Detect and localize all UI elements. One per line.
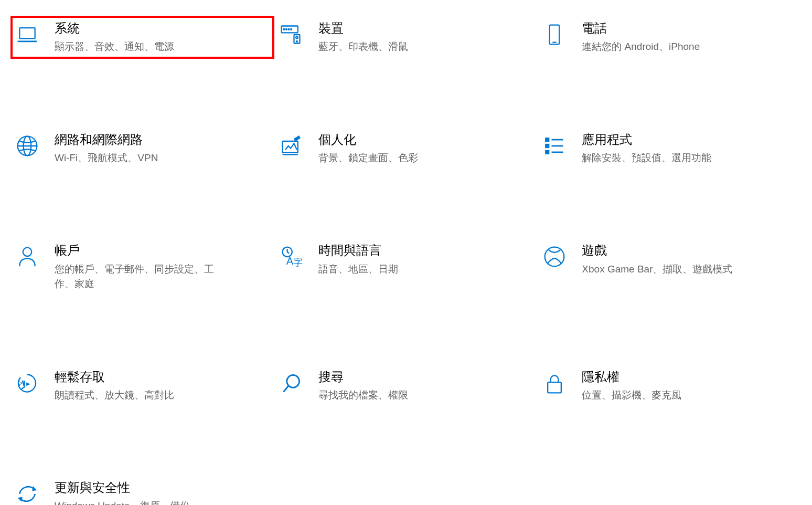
setting-gaming[interactable]: 遊戲 Xbox Game Bar、擷取、遊戲模式 [538, 238, 802, 296]
setting-subtitle: Wi-Fi、飛航模式、VPN [55, 151, 158, 166]
setting-devices[interactable]: 裝置 藍牙、印表機、滑鼠 [274, 16, 538, 59]
time-language-icon: A 字 [279, 244, 304, 269]
setting-subtitle: 連結您的 Android、iPhone [582, 39, 700, 55]
setting-subtitle: 位置、攝影機、麥克風 [582, 388, 681, 403]
setting-subtitle: 朗讀程式、放大鏡、高對比 [55, 388, 174, 403]
setting-title: 時間與語言 [318, 242, 398, 258]
setting-apps[interactable]: 應用程式 解除安裝、預設值、選用功能 [538, 127, 802, 170]
setting-subtitle: 顯示器、音效、通知、電源 [55, 39, 174, 55]
svg-point-22 [23, 248, 32, 257]
svg-rect-16 [546, 138, 549, 141]
setting-title: 應用程式 [582, 131, 711, 148]
svg-rect-18 [546, 144, 549, 148]
svg-text:字: 字 [293, 257, 302, 268]
setting-ease-of-access[interactable]: 輕鬆存取 朗讀程式、放大鏡、高對比 [10, 364, 274, 407]
svg-rect-0 [19, 28, 35, 38]
setting-title: 個人化 [318, 131, 418, 148]
setting-system[interactable]: 系統 顯示器、音效、通知、電源 [10, 16, 274, 59]
setting-title: 搜尋 [318, 369, 408, 385]
setting-title: 電話 [582, 20, 700, 36]
svg-marker-32 [18, 497, 23, 502]
svg-point-8 [296, 41, 297, 42]
setting-subtitle: 尋找我的檔案、權限 [318, 388, 408, 403]
setting-title: 系統 [55, 20, 174, 36]
ease-of-access-icon [15, 371, 40, 396]
search-icon [279, 371, 304, 396]
setting-update-security[interactable]: 更新與安全性 Windows Update、復原、備份 [10, 475, 274, 505]
svg-marker-27 [26, 382, 30, 386]
sync-icon [15, 481, 40, 505]
svg-point-28 [286, 375, 299, 387]
svg-line-29 [283, 386, 288, 392]
xbox-icon [542, 244, 567, 269]
setting-network[interactable]: 網路和網際網路 Wi-Fi、飛航模式、VPN [10, 127, 274, 170]
setting-phone[interactable]: 電話 連結您的 Android、iPhone [538, 16, 802, 59]
svg-point-5 [291, 29, 292, 30]
phone-icon [542, 22, 567, 47]
svg-point-4 [288, 29, 289, 30]
setting-subtitle: 您的帳戶、電子郵件、同步設定、工作、家庭 [55, 262, 233, 292]
setting-privacy[interactable]: 隱私權 位置、攝影機、麥克風 [538, 364, 802, 407]
setting-subtitle: 語音、地區、日期 [318, 262, 398, 277]
setting-accounts[interactable]: 帳戶 您的帳戶、電子郵件、同步設定、工作、家庭 [10, 238, 274, 296]
setting-search[interactable]: 搜尋 尋找我的檔案、權限 [274, 364, 538, 407]
globe-icon [15, 133, 40, 159]
person-icon [15, 244, 40, 269]
setting-personalization[interactable]: 個人化 背景、鎖定畫面、色彩 [274, 127, 538, 170]
svg-point-2 [283, 29, 284, 30]
svg-rect-20 [546, 151, 549, 154]
setting-title: 網路和網際網路 [55, 131, 158, 148]
devices-icon [279, 22, 304, 47]
personalization-icon [279, 133, 304, 159]
laptop-icon [15, 22, 40, 47]
lock-icon [542, 371, 567, 396]
svg-rect-9 [550, 25, 559, 45]
setting-title: 裝置 [318, 20, 408, 36]
settings-grid: 系統 顯示器、音效、通知、電源 裝置 藍牙、印表機、滑鼠 [0, 10, 812, 505]
svg-point-7 [296, 37, 298, 39]
setting-subtitle: Windows Update、復原、備份 [55, 499, 190, 505]
setting-time-language[interactable]: A 字 時間與語言 語音、地區、日期 [274, 238, 538, 296]
setting-subtitle: Xbox Game Bar、擷取、遊戲模式 [582, 262, 732, 277]
setting-title: 輕鬆存取 [55, 369, 174, 385]
setting-subtitle: 藍牙、印表機、滑鼠 [318, 39, 408, 55]
svg-point-3 [286, 29, 287, 30]
setting-title: 遊戲 [582, 242, 732, 258]
setting-title: 隱私權 [582, 369, 681, 385]
svg-point-26 [545, 247, 564, 267]
setting-subtitle: 解除安裝、預設值、選用功能 [582, 151, 711, 166]
svg-text:A: A [286, 255, 293, 267]
apps-list-icon [542, 133, 567, 159]
svg-marker-31 [32, 487, 37, 491]
setting-title: 更新與安全性 [55, 479, 190, 496]
setting-title: 帳戶 [55, 242, 233, 258]
setting-subtitle: 背景、鎖定畫面、色彩 [318, 151, 418, 166]
svg-rect-30 [548, 382, 561, 393]
